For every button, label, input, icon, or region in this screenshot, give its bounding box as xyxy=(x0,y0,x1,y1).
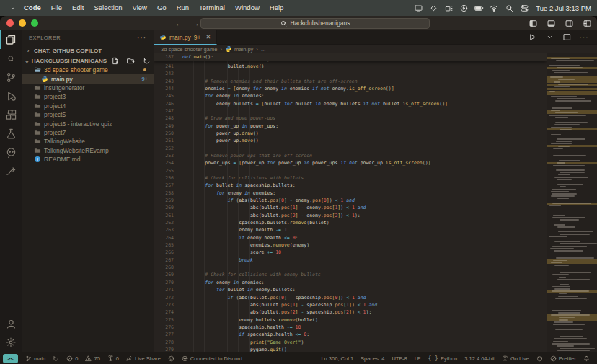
menu-item-file[interactable]: File xyxy=(46,0,67,16)
code-line[interactable]: 267 break xyxy=(154,257,547,264)
tree-item-project5[interactable]: project5 xyxy=(22,110,154,119)
status-sync-icon[interactable] xyxy=(53,355,59,362)
code-line[interactable]: 241 bullet.move() xyxy=(154,63,547,70)
back-icon[interactable]: ← xyxy=(175,19,183,27)
activity-settings-gear-icon[interactable] xyxy=(0,333,22,352)
section-hackclubshenanigans[interactable]: ⌄HACKCLUBSHENANIGANS xyxy=(22,56,154,66)
code-line[interactable]: 275 enemy.bullets.remove(bullet) xyxy=(154,316,547,324)
code-line[interactable]: 278 print("Game Over!") xyxy=(154,339,547,346)
status-0[interactable]: 0 xyxy=(107,355,119,362)
layout-panel-icon[interactable] xyxy=(545,17,557,29)
display-icon[interactable] xyxy=(412,2,424,14)
code-line[interactable]: 250 power_up.draw() xyxy=(154,130,547,137)
status-remote-indicator[interactable]: >< xyxy=(3,354,18,363)
menu-item-window[interactable]: Window xyxy=(230,0,265,16)
activity-source-control-icon[interactable] xyxy=(0,68,22,86)
code-line[interactable]: 248 # Draw and move power-ups xyxy=(154,115,547,122)
refresh-icon[interactable] xyxy=(141,55,152,66)
code-line[interactable]: 257 for bullet in spaceship.bullets: xyxy=(154,182,547,189)
status-utf-8[interactable]: UTF-8 xyxy=(392,355,407,362)
tree-item-project3[interactable]: project3 xyxy=(22,92,154,101)
zoom-window-button[interactable] xyxy=(31,19,38,27)
minimap[interactable] xyxy=(547,53,597,352)
activity-explorer-icon[interactable] xyxy=(0,30,22,49)
code-line[interactable]: 246 enemy.bullets = [bullet for bullet i… xyxy=(154,100,547,107)
breadcrumb-item[interactable]: ... xyxy=(261,46,265,53)
stage-manager-icon[interactable] xyxy=(443,2,454,14)
code-line[interactable]: 247 xyxy=(154,107,547,115)
code-line[interactable]: 258 for enemy in enemies: xyxy=(154,190,547,197)
code-line[interactable]: 251 power_up.move() xyxy=(154,137,547,144)
status-bell-icon[interactable] xyxy=(583,355,590,362)
status-0[interactable]: 0 xyxy=(66,355,78,362)
menu-item-run[interactable]: Run xyxy=(172,0,194,16)
wifi-icon[interactable] xyxy=(488,2,500,14)
code-line[interactable]: 264 if enemy.health <= 0: xyxy=(154,234,547,241)
diamond-icon[interactable] xyxy=(428,2,439,14)
more-icon[interactable]: ··· xyxy=(137,34,146,42)
code-line[interactable]: 277 if spaceship.health <= 0: xyxy=(154,331,547,338)
tree-item-3d-space-shooter-game[interactable]: 3d space shooter game xyxy=(22,66,154,74)
activity-extensions-icon[interactable] xyxy=(0,105,22,124)
menu-item-go[interactable]: Go xyxy=(152,0,172,16)
tab-main-py[interactable]: main.py 9+ ✕ xyxy=(154,30,217,45)
close-icon[interactable]: ✕ xyxy=(205,34,211,40)
new-folder-icon[interactable] xyxy=(125,55,136,66)
code-line[interactable]: 260 abs(bullet.pos[1] - enemy.pos[1]) < … xyxy=(154,204,547,211)
run-icon[interactable] xyxy=(526,32,538,43)
status-lf[interactable]: LF xyxy=(415,355,421,362)
status-3-12-4-64-bit[interactable]: 3.12.4 64-bit xyxy=(464,355,495,362)
activity-copilot-chat-icon[interactable] xyxy=(0,143,22,161)
record-icon[interactable] xyxy=(458,2,469,14)
layout-customize-icon[interactable] xyxy=(581,17,593,29)
breadcrumb-item[interactable]: 3d space shooter game xyxy=(161,46,217,53)
status-prettier[interactable]: Prettier xyxy=(550,355,576,362)
status-smiley-icon[interactable] xyxy=(168,355,174,362)
tree-item-readme-md[interactable]: iREADME.md xyxy=(22,155,154,164)
minimize-window-button[interactable] xyxy=(19,19,26,27)
code-line[interactable]: 274 abs(bullet.pos[2] - spaceship.pos[2]… xyxy=(154,308,547,316)
activity-search-icon[interactable] xyxy=(0,49,22,68)
search-icon[interactable] xyxy=(503,2,515,14)
code-editor[interactable]: 240 for bullet in enemy.bullets:241 bull… xyxy=(154,53,547,352)
code-line[interactable]: 243 # Remove enemies and their bullets t… xyxy=(154,78,547,85)
activity-share-icon[interactable] xyxy=(0,161,22,180)
code-line[interactable]: 270 for enemy in enemies: xyxy=(154,279,547,286)
apple-icon[interactable] xyxy=(7,2,19,14)
battery-icon[interactable] xyxy=(473,2,485,14)
section-chat-github-copilot[interactable]: ›CHAT: GITHUB COPILOT xyxy=(22,45,154,56)
tree-item-talkingwebsite[interactable]: TalkingWebsite xyxy=(22,137,154,146)
status-go-live[interactable]: Go Live xyxy=(502,355,529,362)
layout-sidebar-left-icon[interactable] xyxy=(527,17,539,29)
status-main[interactable]: main xyxy=(25,355,45,362)
code-line[interactable]: 253 # Remove power-ups that are off-scre… xyxy=(154,152,547,159)
status-spaces-4[interactable]: Spaces: 4 xyxy=(361,355,384,362)
code-line[interactable]: 256 # Check for collisions with bullets xyxy=(154,174,547,182)
code-line[interactable]: 269 # Check for collisions with enemy bu… xyxy=(154,271,547,278)
code-line[interactable]: 266 score += 10 xyxy=(154,249,547,256)
breadcrumb[interactable]: 3d space shooter game›main.py›... xyxy=(154,45,597,53)
command-center[interactable]: Hackclubshenanigans xyxy=(200,18,430,29)
code-line[interactable]: 259 if (abs(bullet.pos[0] - enemy.pos[0]… xyxy=(154,197,547,204)
status-75[interactable]: 75 xyxy=(85,355,100,362)
menu-app-name[interactable]: Code xyxy=(19,0,46,16)
status-connected-to-discord[interactable]: Connected to Discord xyxy=(182,355,242,362)
activity-run-debug-icon[interactable] xyxy=(0,86,22,105)
code-line[interactable]: 265 enemies.remove(enemy) xyxy=(154,241,547,249)
menu-item-view[interactable]: View xyxy=(128,0,152,16)
code-line[interactable]: 263 enemy.health -= 1 xyxy=(154,226,547,234)
code-line[interactable]: 242 xyxy=(154,70,547,77)
code-line[interactable]: 268 xyxy=(154,264,547,271)
status-python[interactable]: { }Python xyxy=(428,355,457,362)
code-line[interactable]: 272 if (abs(bullet.pos[0] - spaceship.po… xyxy=(154,294,547,301)
menu-clock[interactable]: Tue 2 Jul 3:13 PM xyxy=(534,4,591,12)
sticky-scroll-line[interactable]: 187def main(): xyxy=(154,53,547,61)
split-editor-icon[interactable] xyxy=(561,32,572,43)
menu-item-terminal[interactable]: Terminal xyxy=(194,0,230,16)
code-line[interactable]: 276 spaceship.health -= 10 xyxy=(154,324,547,331)
tree-item-main-py[interactable]: main.py9+ xyxy=(22,74,154,83)
tree-item-talkingwebsiterevamp[interactable]: TalkingWebsiteREvamp xyxy=(22,146,154,155)
code-line[interactable]: 254 power_ups = [power_up for power_up i… xyxy=(154,159,547,167)
tree-item-project6-interactive-quiz[interactable]: project6 - interactive quiz xyxy=(22,119,154,128)
code-line[interactable]: 255 xyxy=(154,167,547,174)
